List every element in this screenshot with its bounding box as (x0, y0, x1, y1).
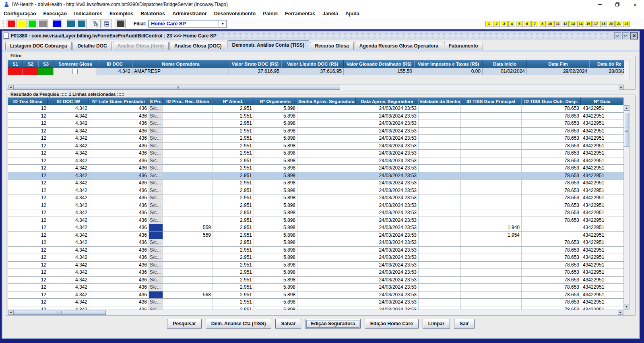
page-button-2[interactable]: 2 (493, 21, 500, 27)
table-row[interactable]: 124.342436S/c...2.9515.89824/03/2024 23:… (8, 150, 623, 157)
scroll-right-icon[interactable]: ► (618, 310, 623, 315)
menu-item-configuracao[interactable]: Configuração (0, 11, 40, 17)
teal-2-swatch-button[interactable] (76, 19, 87, 28)
somente-glosa-checkbox[interactable] (72, 69, 78, 74)
scroll-down-icon[interactable]: ▼ (624, 304, 629, 309)
column-header-s1[interactable]: S1 (8, 60, 23, 68)
table-row[interactable]: 124.342436S/c...2.9515.89824/03/2024 23:… (8, 306, 623, 310)
gray-swatch-button[interactable] (38, 19, 48, 28)
filter-cell-id-doc[interactable]: 4.342 (97, 68, 132, 75)
column-header-id_tiss[interactable]: ID Tiss Glosa (8, 97, 48, 105)
column-header-data-in-cio[interactable]: Data Início (483, 60, 527, 68)
filter-vertical-scrollbar-track[interactable] (624, 60, 630, 80)
menu-item-ferramentas[interactable]: Ferramentas (281, 11, 319, 17)
table-row[interactable]: 124.342436S/c...2.9515.89824/03/2024 23:… (8, 120, 623, 128)
column-header-data-do-re[interactable]: Data do Re (589, 60, 624, 68)
page-button-12[interactable]: 12 (562, 21, 569, 27)
table-row[interactable]: 124.3424365592.9515.89824/03/2024 23:531… (8, 232, 623, 240)
result-hscroll-thumb[interactable] (13, 310, 106, 315)
filial-combobox[interactable]: Home Care SP ▼ (148, 20, 227, 28)
page-button-13[interactable]: 13 (570, 21, 576, 27)
teal-1-swatch-button[interactable] (66, 19, 76, 28)
tab-recurso-glosa[interactable]: Recurso Glosa (310, 42, 354, 50)
page-button-1[interactable]: 1 (485, 21, 492, 27)
menu-item-exemplos[interactable]: Exemplos (106, 11, 137, 17)
table-row[interactable]: 124.342436S/c...2.9515.89824/03/2024 23:… (8, 165, 623, 172)
column-header-guia_prin[interactable]: ID TISS Guia Principal (460, 97, 521, 105)
page-button-11[interactable]: 11 (554, 21, 561, 27)
tab-detalhe-doc[interactable]: Detalhe DOC (72, 42, 111, 50)
page-button-23[interactable]: 23 (623, 21, 630, 27)
table-row[interactable]: 124.342436S/c...2.9515.89824/03/2024 23:… (8, 209, 623, 217)
column-header-id-doc[interactable]: ID DOC (97, 60, 132, 68)
page-button-3[interactable]: 3 (501, 21, 508, 27)
table-row[interactable]: 124.342436S/c...2.9515.89824/03/2024 23:… (8, 135, 623, 143)
column-header-atend[interactable]: Nº Atend. (213, 97, 254, 105)
table-row[interactable]: 124.342436S/c...2.9515.89824/03/2024 23:… (8, 128, 623, 135)
limpar-button[interactable]: Limpar (423, 319, 450, 329)
toolbar-drag-handle[interactable] (1, 19, 5, 28)
frame-maximize-button[interactable]: ▪↗ (622, 32, 629, 39)
dem-analise-cta-tiss--button[interactable]: Dem. Analise Cta (TISS) (206, 319, 272, 329)
column-header-valor-impostos-e-taxas-r-[interactable]: Valor Impostos e Taxas (R$) (414, 60, 483, 68)
result-hscroll-track[interactable] (106, 310, 618, 315)
pesquisar-button[interactable]: Pesquisar (167, 319, 201, 329)
table-row[interactable]: 124.342436S/c...2.9515.89824/03/2024 23:… (8, 284, 623, 291)
filter-cell-valor-glosado-detalhado-r-[interactable]: 155,50 (344, 68, 414, 75)
tab-listagem-doc-cobranc-a[interactable]: Listagem DOC Cobrança (5, 42, 72, 50)
column-header-s_prc[interactable]: S Prc (149, 97, 163, 105)
page-button-10[interactable]: 10 (547, 21, 553, 27)
filter-hscroll-thumb[interactable] (13, 85, 340, 90)
window-minimize-button[interactable] (591, 0, 609, 9)
scroll-right-icon[interactable]: ► (619, 85, 624, 90)
scroll-left-icon[interactable]: ◄ (8, 310, 13, 315)
table-row[interactable]: 124.3424365682.9515.89824/03/2024 23:537… (8, 291, 623, 299)
table-row[interactable]: 124.3424365592.9515.89824/03/2024 23:531… (8, 224, 623, 232)
column-header-somente-glosa[interactable]: Somente Glosa (54, 60, 97, 68)
scroll-up-icon[interactable]: ▲ (624, 105, 629, 111)
table-row[interactable]: 124.342436S/c...2.9515.89824/03/2024 23:… (8, 262, 623, 269)
table-row[interactable]: 124.342436S/c...2.9515.89824/03/2024 23:… (8, 299, 623, 306)
tab-faturamento[interactable]: Faturamento (444, 42, 483, 50)
filter-cell-data-in-cio[interactable]: 01/02/2024 (483, 68, 527, 75)
column-header-id_doc[interactable]: ID DOC IW (48, 97, 89, 105)
frame-minimize-button[interactable]: ▫↙ (614, 32, 621, 39)
filter-cell-data-do-re[interactable]: 28/03/20 (589, 68, 624, 75)
page-button-14[interactable]: 14 (577, 21, 584, 27)
table-row[interactable]: 124.342436S/c...2.9515.89824/03/2024 23:… (8, 157, 623, 165)
tab-demonstr-ana-lise-conta-tiss-[interactable]: Demonstr. Análise Conta (TISS) (227, 40, 309, 50)
page-button-7[interactable]: 7 (531, 21, 538, 27)
table-row[interactable]: 124.342436S/c...2.9515.89824/03/2024 23:… (8, 143, 623, 150)
page-button-5[interactable]: 5 (516, 21, 523, 27)
column-header-validade[interactable]: Validade da Senha (418, 97, 460, 105)
column-header-s3[interactable]: S3 (38, 60, 54, 68)
column-header-orc[interactable]: Nº Orçamento (254, 97, 297, 105)
table-row[interactable]: 124.342436S/c...2.9515.89824/03/2024 23:… (8, 180, 623, 187)
table-row[interactable]: 124.342436S/c...2.9515.89824/03/2024 23:… (8, 247, 623, 254)
window-restore-button[interactable] (609, 0, 626, 9)
salvar-button[interactable]: Salvar (275, 319, 301, 329)
window-close-button[interactable]: × (626, 0, 644, 9)
yellow-swatch-button[interactable] (17, 19, 27, 28)
table-row[interactable]: 124.342436S/c...2.9515.89824/03/2024 23:… (8, 277, 623, 284)
column-header-id_proc[interactable]: ID Proc. Rec. Glosa (163, 97, 213, 105)
dark-gray-swatch-button[interactable] (116, 19, 126, 28)
table-row[interactable]: 124.342436S/c...2.9515.89824/03/2024 23:… (8, 113, 623, 120)
green-swatch-button[interactable] (27, 19, 37, 28)
edic-a-o-seguradora-button[interactable]: Edição Seguradora (305, 319, 360, 329)
window-manager-button[interactable] (101, 19, 111, 28)
menu-item-indicadores[interactable]: Indicadores (70, 11, 106, 17)
table-row[interactable]: 124.342436S/c...2.9515.89824/03/2024 23:… (8, 194, 623, 202)
combo-dropdown-icon[interactable]: ▼ (219, 21, 226, 27)
page-button-15[interactable]: 15 (585, 21, 592, 27)
column-header-n_guia[interactable]: Nº Guia (581, 97, 623, 105)
page-button-21[interactable]: 21 (615, 21, 622, 27)
column-header-s2[interactable]: S2 (23, 60, 38, 68)
table-row[interactable]: 124.342436S/c...2.9515.89824/03/2024 23:… (8, 239, 623, 247)
filter-cell-valor-impostos-e-taxas-r-[interactable]: 0,00 (414, 68, 483, 75)
column-header-guia_outr[interactable]: ID TISS Guia Outr. Desp. (521, 97, 581, 105)
menu-item-painel[interactable]: Painel (259, 11, 281, 17)
column-header-data_aprov[interactable]: Data Aprov. Seguradora (356, 97, 418, 105)
filter-cell-nome-operadora[interactable]: AMAFRESP (132, 68, 229, 75)
page-button-18[interactable]: 18 (600, 21, 607, 27)
